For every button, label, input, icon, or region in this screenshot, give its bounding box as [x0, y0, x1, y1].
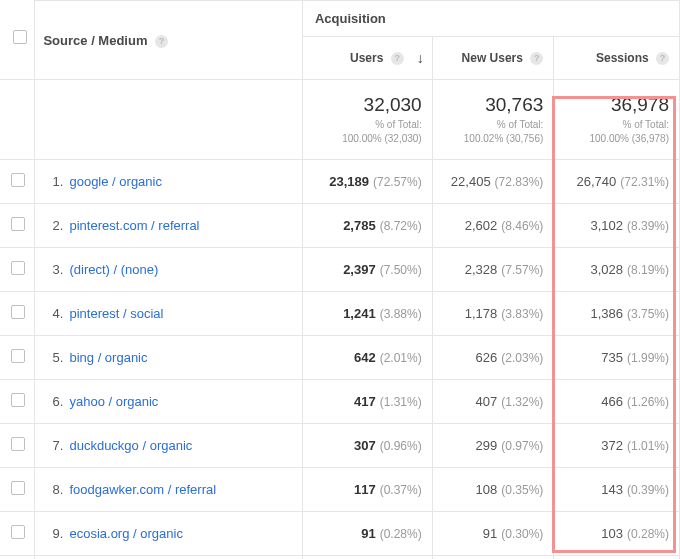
sessions-pct: (8.39%) — [627, 219, 669, 233]
header-sessions[interactable]: Sessions ? — [554, 37, 680, 80]
totals-new-users-pct: 100.02% (30,756) — [439, 132, 544, 146]
users-value: 2,785 — [343, 218, 376, 233]
row-checkbox[interactable] — [11, 349, 25, 363]
help-icon[interactable]: ? — [155, 35, 168, 48]
header-users[interactable]: Users ? ↓ — [302, 37, 432, 80]
new-users-cell: 2,602(8.46%) — [432, 204, 554, 248]
users-value: 417 — [354, 394, 376, 409]
users-cell: 23,189(72.57%) — [302, 160, 432, 204]
sessions-pct: (8.19%) — [627, 263, 669, 277]
row-index: 3. — [39, 262, 63, 277]
row-checkbox[interactable] — [11, 525, 25, 539]
row-checkbox[interactable] — [11, 481, 25, 495]
sessions-cell: 3,102(8.39%) — [554, 204, 680, 248]
sessions-cell: 372(1.01%) — [554, 424, 680, 468]
new-users-value: 22,405 — [451, 174, 491, 189]
users-cell: 642(2.01%) — [302, 336, 432, 380]
totals-row: 32,030 % of Total: 100.00% (32,030) 30,7… — [1, 80, 680, 160]
new-users-cell: 407(1.32%) — [432, 380, 554, 424]
users-value: 307 — [354, 438, 376, 453]
users-cell: 91(0.28%) — [302, 512, 432, 556]
sessions-value: 466 — [601, 394, 623, 409]
sessions-cell: 143(0.39%) — [554, 468, 680, 512]
new-users-pct: (0.97%) — [501, 439, 543, 453]
source-medium-link[interactable]: duckduckgo / organic — [69, 438, 192, 453]
users-cell: 117(0.37%) — [302, 468, 432, 512]
table-row: 3.(direct) / (none)2,397(7.50%)2,328(7.5… — [1, 248, 680, 292]
row-index: 9. — [39, 526, 63, 541]
source-medium-link[interactable]: ecosia.org / organic — [69, 526, 182, 541]
source-medium-link[interactable]: pinterest / social — [69, 306, 163, 321]
row-checkbox[interactable] — [11, 305, 25, 319]
users-pct: (3.88%) — [380, 307, 422, 321]
users-value: 91 — [361, 526, 375, 541]
users-pct: (0.28%) — [380, 527, 422, 541]
source-medium-link[interactable]: pinterest.com / referral — [69, 218, 199, 233]
header-acquisition-group: Acquisition — [302, 1, 679, 37]
users-value: 117 — [354, 482, 376, 497]
new-users-cell: 22,405(72.83%) — [432, 160, 554, 204]
sessions-value: 3,028 — [590, 262, 623, 277]
users-pct: (72.57%) — [373, 175, 422, 189]
row-checkbox[interactable] — [11, 173, 25, 187]
row-checkbox[interactable] — [11, 261, 25, 275]
select-all-checkbox[interactable] — [13, 30, 27, 44]
users-cell: 2,785(8.72%) — [302, 204, 432, 248]
row-checkbox[interactable] — [11, 217, 25, 231]
header-source-medium-label: Source / Medium — [43, 33, 147, 48]
sessions-pct: (0.39%) — [627, 483, 669, 497]
sessions-value: 735 — [601, 350, 623, 365]
new-users-value: 2,602 — [465, 218, 498, 233]
new-users-pct: (0.30%) — [501, 527, 543, 541]
sessions-value: 1,386 — [590, 306, 623, 321]
totals-sessions-value: 36,978 — [560, 94, 669, 116]
row-checkbox[interactable] — [11, 437, 25, 451]
row-index: 1. — [39, 174, 63, 189]
totals-users-pct-label: % of Total: — [309, 118, 422, 132]
users-value: 642 — [354, 350, 376, 365]
sort-descending-icon: ↓ — [417, 50, 424, 66]
users-pct: (8.72%) — [380, 219, 422, 233]
users-cell: 1,241(3.88%) — [302, 292, 432, 336]
new-users-value: 91 — [483, 526, 497, 541]
new-users-cell: 1,178(3.83%) — [432, 292, 554, 336]
table-row: 5.bing / organic642(2.01%)626(2.03%)735(… — [1, 336, 680, 380]
new-users-cell: 2,328(7.57%) — [432, 248, 554, 292]
help-icon[interactable]: ? — [391, 52, 404, 65]
new-users-cell: 626(2.03%) — [432, 336, 554, 380]
header-source-medium[interactable]: Source / Medium ? — [35, 1, 303, 80]
new-users-value: 1,178 — [465, 306, 498, 321]
new-users-pct: (0.35%) — [501, 483, 543, 497]
header-new-users[interactable]: New Users ? — [432, 37, 554, 80]
users-value: 1,241 — [343, 306, 376, 321]
new-users-pct: (3.83%) — [501, 307, 543, 321]
users-pct: (0.96%) — [380, 439, 422, 453]
header-acquisition-label: Acquisition — [315, 11, 386, 26]
users-cell: 307(0.96%) — [302, 424, 432, 468]
source-medium-link[interactable]: (direct) / (none) — [69, 262, 158, 277]
totals-sessions-pct: 100.00% (36,978) — [560, 132, 669, 146]
sessions-cell: 3,028(8.19%) — [554, 248, 680, 292]
acquisition-table: Source / Medium ? Acquisition Users ? ↓ … — [0, 0, 680, 559]
help-icon[interactable]: ? — [656, 52, 669, 65]
new-users-pct: (8.46%) — [501, 219, 543, 233]
new-users-pct: (7.57%) — [501, 263, 543, 277]
sessions-cell: 735(1.99%) — [554, 336, 680, 380]
new-users-value: 2,328 — [465, 262, 498, 277]
sessions-value: 26,740 — [577, 174, 617, 189]
row-checkbox[interactable] — [11, 393, 25, 407]
source-medium-link[interactable]: google / organic — [69, 174, 162, 189]
source-medium-link[interactable]: yahoo / organic — [69, 394, 158, 409]
help-icon[interactable]: ? — [530, 52, 543, 65]
totals-users: 32,030 % of Total: 100.00% (32,030) — [302, 80, 432, 160]
sessions-pct: (0.28%) — [627, 527, 669, 541]
table-row: 1.google / organic23,189(72.57%)22,405(7… — [1, 160, 680, 204]
users-pct: (2.01%) — [380, 351, 422, 365]
sessions-value: 3,102 — [590, 218, 623, 233]
source-medium-link[interactable]: bing / organic — [69, 350, 147, 365]
totals-users-value: 32,030 — [309, 94, 422, 116]
row-index: 6. — [39, 394, 63, 409]
header-users-label: Users — [350, 51, 383, 65]
source-medium-link[interactable]: foodgawker.com / referral — [69, 482, 216, 497]
row-index: 5. — [39, 350, 63, 365]
